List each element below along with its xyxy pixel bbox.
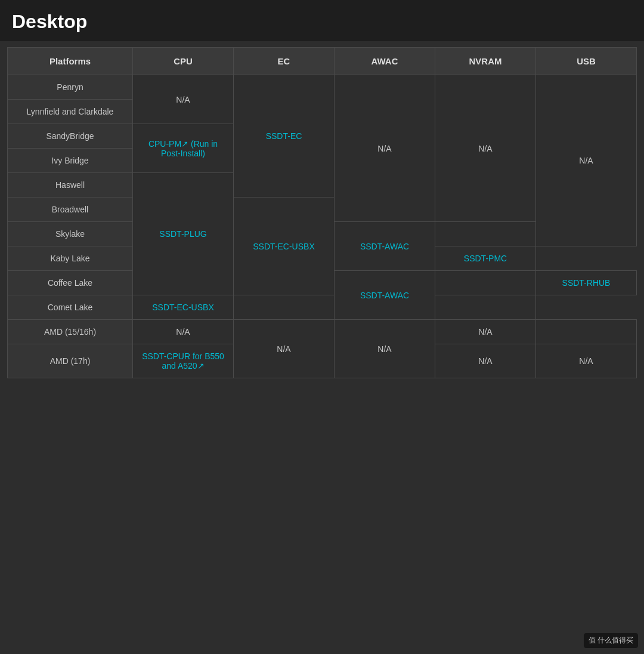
- platform-lynnfield: Lynnfield and Clarkdale: [8, 100, 133, 124]
- table-row: Comet Lake SSDT-EC-USBX: [8, 295, 637, 320]
- cpu-ssdt-plug: SSDT-PLUG: [133, 173, 234, 295]
- awac-na-amd: N/A: [335, 320, 435, 378]
- awac-ssdt-awac-2: SSDT-AWAC: [335, 271, 435, 320]
- ec-ssdt-ec: SSDT-EC: [234, 75, 335, 198]
- col-usb: USB: [536, 48, 637, 75]
- col-awac: AWAC: [335, 48, 435, 75]
- table-row: Penryn N/A SSDT-EC N/A N/A N/A: [8, 75, 637, 100]
- awac-ssdt-awac: SSDT-AWAC: [335, 222, 435, 271]
- ec-na-amd: N/A: [234, 320, 335, 378]
- page-header: Desktop: [0, 0, 644, 41]
- cpu-pm: CPU-PM↗ (Run in Post-Install): [133, 124, 234, 173]
- platform-penryn: Penryn: [8, 75, 133, 100]
- platform-haswell: Haswell: [8, 173, 133, 198]
- nvram-empty-2: [234, 295, 335, 320]
- cpu-ssdt-cpur: SSDT-CPUR for B550 and A520↗: [133, 344, 234, 378]
- main-table: Platforms CPU EC AWAC NVRAM USB Penryn N…: [7, 47, 637, 378]
- col-platforms: Platforms: [8, 48, 133, 75]
- usb-empty: [435, 295, 536, 320]
- ec-ssdt-ec-usbx: SSDT-EC-USBX: [234, 198, 335, 295]
- platform-amd17: AMD (17h): [8, 344, 133, 378]
- cpu-na-amd1516: N/A: [133, 320, 234, 344]
- ec-ssdt-ec-usbx-2: SSDT-EC-USBX: [133, 295, 234, 320]
- col-ec: EC: [234, 48, 335, 75]
- platform-sandybridge: SandyBridge: [8, 124, 133, 149]
- nvram-na-amd1516: N/A: [435, 320, 536, 344]
- platform-kabylake: Kaby Lake: [8, 246, 133, 271]
- platform-skylake: Skylake: [8, 222, 133, 246]
- col-nvram: NVRAM: [435, 48, 536, 75]
- usb-empty-amd1516: [536, 320, 637, 344]
- platform-broadwell: Broadwell: [8, 198, 133, 222]
- awac-na-1: N/A: [335, 75, 435, 222]
- page-title: Desktop: [12, 11, 632, 33]
- platform-coffeelake: Coffee Lake: [8, 271, 133, 295]
- nvram-na-amd17: N/A: [435, 344, 536, 378]
- platform-ivybridge: Ivy Bridge: [8, 149, 133, 173]
- cpu-na-1: N/A: [133, 75, 234, 124]
- platform-cometlake: Comet Lake: [8, 295, 133, 320]
- table-row: AMD (15/16h) N/A N/A N/A N/A: [8, 320, 637, 344]
- usb-na-amd17: N/A: [536, 344, 637, 378]
- nvram-empty: [435, 271, 536, 295]
- table-header-row: Platforms CPU EC AWAC NVRAM USB: [8, 48, 637, 75]
- table-wrapper: Platforms CPU EC AWAC NVRAM USB Penryn N…: [0, 41, 644, 384]
- usb-na-1: N/A: [536, 75, 637, 246]
- nvram-na-1: N/A: [435, 75, 536, 222]
- usb-ssdt-rhub: SSDT-RHUB: [536, 271, 637, 295]
- col-cpu: CPU: [133, 48, 234, 75]
- nvram-ssdt-pmc: SSDT-PMC: [435, 246, 536, 271]
- platform-amd1516: AMD (15/16h): [8, 320, 133, 344]
